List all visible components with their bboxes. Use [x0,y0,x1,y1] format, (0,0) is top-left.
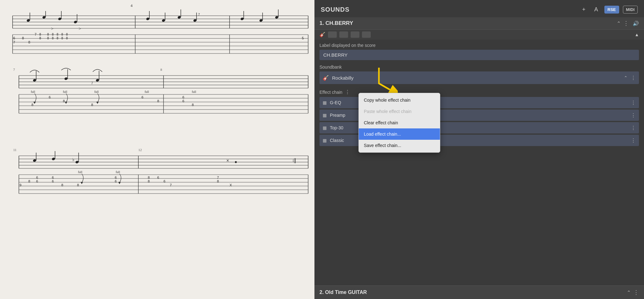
svg-text:8: 8 [28,40,30,44]
instrument-toggle-3[interactable] [351,31,359,38]
svg-text:8: 8 [217,179,219,183]
sheet-music-panel: 4 [0,0,314,299]
svg-text:8: 8 [57,37,58,40]
track1-menu-icon[interactable]: ⋮ [623,20,629,27]
add-sound-button[interactable]: + [580,5,588,14]
yellow-arrow-indicator [373,66,398,96]
svg-text:7: 7 [13,40,15,44]
effect-chain-label: Effect chain [319,90,342,95]
track2-controls: ⌃ ⋮ [627,289,639,296]
svg-text:8: 8 [66,33,68,36]
svg-text:11: 11 [13,148,17,152]
svg-text:8: 8 [39,33,41,36]
svg-text:6: 6 [182,99,184,103]
spacer [314,153,644,282]
svg-text:8: 8 [148,176,150,179]
svg-text:8: 8 [160,68,162,71]
svg-text:8: 8 [52,33,54,36]
effect-chain-context-menu: Copy whole effect chain Paste whole effe… [358,93,440,153]
svg-text:7: 7 [35,32,36,36]
svg-text:full: full [192,90,196,93]
track1-header: 1. CH.BERRY ⌃ ⋮ 🔊 [314,17,644,30]
soundbank-menu-icon[interactable]: ⋮ [631,75,636,81]
svg-text:8: 8 [57,33,58,36]
soundbank-chevron-icon[interactable]: ⌃ [624,75,628,80]
svg-point-126 [235,161,237,163]
svg-text:6: 6 [142,95,143,99]
svg-text:>: > [79,26,81,31]
track1-controls: ⌃ ⋮ [617,20,629,27]
sounds-panel: SOUNDS + A RSE MIDI 1. CH.BERRY ⌃ ⋮ 🔊 🎸 … [314,0,644,299]
svg-text:8: 8 [157,99,159,103]
svg-text:6: 6 [13,36,15,40]
effect-preamp-menu-icon[interactable]: ⋮ [631,112,636,118]
effect-classic-menu-icon[interactable]: ⋮ [631,138,636,144]
svg-text:7: 7 [198,13,200,16]
instrument-toggle-1[interactable] [328,31,337,38]
instrument-toggle-2[interactable] [339,31,348,38]
svg-text:6: 6 [164,179,165,183]
effect-top30-menu-icon[interactable]: ⋮ [631,125,636,131]
track2-header: 2. Old Time GUITAR ⌃ ⋮ [314,285,644,299]
svg-text:12: 12 [138,148,142,152]
svg-text:8: 8 [22,36,24,40]
svg-text:full: full [116,170,120,174]
svg-rect-0 [0,0,314,299]
effect-chain-menu-icon[interactable]: ⋮ [345,89,350,95]
svg-text:6: 6 [115,176,117,179]
svg-text:full: full [78,170,82,174]
expand-arrow-icon[interactable]: ▲ [635,32,639,37]
svg-text:full: full [31,90,35,93]
midi-button[interactable]: MIDI [623,6,638,14]
svg-text:6: 6 [36,179,38,183]
track1-expand-icon[interactable]: ⌃ [617,20,621,26]
effect-geq-menu-icon[interactable]: ⋮ [631,100,636,106]
svg-text:8: 8 [192,103,194,107]
svg-text:7: 7 [91,82,93,85]
instrument-toggle-4[interactable] [362,31,371,38]
svg-text:6: 6 [157,176,159,179]
rse-button[interactable]: RSE [604,6,619,14]
track2-name: 2. Old Time GUITAR [319,290,627,295]
track2-menu-icon[interactable]: ⋮ [633,289,639,296]
effect-preamp-icon: ▦ [323,113,327,118]
font-button[interactable]: A [592,5,601,14]
load-effect-chain-item[interactable]: Load effect chain... [359,128,440,140]
track1-name: 1. CH.BERRY [319,20,617,26]
svg-text:>: > [51,26,53,31]
save-effect-chain-item[interactable]: Save effect chain... [359,140,440,151]
track2-expand-icon[interactable]: ⌃ [627,290,631,296]
svg-text:8: 8 [63,99,65,103]
svg-text:6: 6 [36,176,38,179]
effect-geq-icon: ▦ [323,100,327,105]
label-section-title: Label displayed on the score [319,43,639,48]
svg-text:9: 9 [19,183,21,187]
svg-text:×: × [226,158,229,163]
label-input[interactable] [319,50,639,60]
soundbank-row[interactable]: 🎸 Rockabilly ⌃ ⋮ [319,71,639,84]
effect-classic-icon: ▦ [323,138,327,143]
clear-effect-chain-item[interactable]: Clear effect chain [359,117,440,128]
svg-text:6: 6 [52,179,54,183]
track1-label-section: Label displayed on the score [314,40,644,62]
copy-effect-chain-item[interactable]: Copy whole effect chain [359,94,440,106]
svg-text:8: 8 [39,37,41,40]
svg-text:6: 6 [182,95,184,99]
soundbank-guitar-icon: 🎸 [323,75,329,81]
svg-text:5: 5 [302,36,304,40]
paste-effect-chain-item: Paste whole effect chain [359,106,440,117]
svg-text:7: 7 [13,68,15,71]
svg-text:8: 8 [77,183,79,187]
svg-text:6: 6 [52,176,54,179]
svg-text:8: 8 [28,179,30,183]
track1-speaker-icon[interactable]: 🔊 [633,20,639,26]
svg-text:𝄇: 𝄇 [292,157,296,164]
effect-chain-section: Effect chain ⋮ ▦ G-EQ ⋮ ▦ Preamp ⋮ ▦ Top… [314,87,644,150]
sounds-title: SOUNDS [321,6,576,13]
svg-text:7: 7 [217,176,219,179]
soundbank-label: Soundbank [319,65,639,70]
svg-text:8: 8 [148,179,150,183]
svg-text:7: 7 [170,183,172,187]
svg-text:♭: ♭ [72,157,75,162]
svg-text:8: 8 [47,33,49,36]
